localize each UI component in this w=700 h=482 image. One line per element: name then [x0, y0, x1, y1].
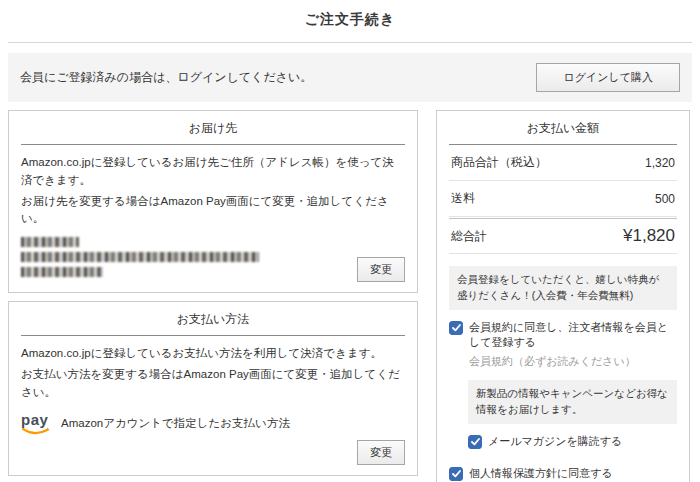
membership-benefit-note: 会員登録をしていただくと、嬉しい特典が盛りだくさん！(入会費・年会費無料) [449, 266, 677, 310]
shipping-change-button[interactable]: 変更 [357, 257, 405, 282]
newsletter-checkbox-label: メールマガジンを購読する [488, 434, 622, 450]
shipping-address-area: 変更 [21, 232, 405, 282]
check-icon [452, 470, 461, 478]
subtotal-value: 1,320 [645, 156, 675, 170]
amazon-pay-wordmark: pay [21, 412, 48, 427]
terms-checkbox-label-group: 会員規約に同意し、注文者情報を会員として登録する 会員規約（必ずお読みください） [469, 320, 677, 371]
shipping-fee-value: 500 [655, 192, 675, 206]
page-title: ご注文手続き [0, 11, 700, 29]
payment-description-line1: Amazon.co.jpに登録しているお支払い方法を利用して決済できます。 [21, 345, 405, 363]
shipping-description-line2: お届け先を変更する場合はAmazon Pay画面にて変更・追加してください。 [21, 193, 405, 229]
redacted-address-line [21, 252, 259, 262]
shipping-section: お届け先 Amazon.co.jpに登録しているお届け先ご住所（アドレス帳）を使… [8, 110, 418, 293]
privacy-checkbox[interactable] [449, 467, 463, 481]
subtotal-label: 商品合計（税込） [451, 154, 547, 171]
total-row: 総合計 ¥1,820 [449, 218, 677, 254]
checkout-page: ご注文手続き 会員にご登録済みの場合は、ログインしてください。 ログインして購入… [0, 11, 700, 482]
check-icon [452, 324, 461, 332]
shipping-fee-label: 送料 [451, 190, 475, 207]
payment-section: お支払い方法 Amazon.co.jpに登録しているお支払い方法を利用して決済で… [8, 301, 418, 475]
terms-link[interactable]: 会員規約（必ずお読みください） [469, 354, 677, 370]
terms-checkbox-row: 会員規約に同意し、注文者情報を会員として登録する 会員規約（必ずお読みください） [449, 320, 677, 371]
subtotal-row: 商品合計（税込） 1,320 [449, 145, 677, 181]
shipping-section-title: お届け先 [21, 111, 405, 145]
total-value: ¥1,820 [623, 226, 675, 246]
terms-checkbox-label: 会員規約に同意し、注文者情報を会員として登録する [469, 321, 668, 349]
newsletter-checkbox[interactable] [468, 435, 482, 449]
login-message: 会員にご登録済みの場合は、ログインしてください。 [20, 69, 312, 86]
shipping-address-redacted [21, 232, 259, 282]
amazon-smile-icon [21, 427, 51, 436]
login-purchase-button[interactable]: ログインして購入 [536, 63, 680, 92]
left-column: お届け先 Amazon.co.jpに登録しているお届け先ご住所（アドレス帳）を使… [8, 110, 418, 482]
newsletter-checkbox-row: メールマガジンを購読する [468, 434, 677, 450]
privacy-checkbox-label: 個人情報保護方針に同意する [469, 466, 613, 482]
terms-checkbox[interactable] [449, 321, 463, 335]
newsletter-note: 新製品の情報やキャンペーンなどお得な情報をお届けします。 [468, 380, 677, 424]
check-icon [471, 438, 480, 446]
shipping-fee-row: 送料 500 [449, 181, 677, 217]
amazon-pay-logo-icon: pay [21, 412, 51, 436]
main-content: お届け先 Amazon.co.jpに登録しているお届け先ご住所（アドレス帳）を使… [8, 110, 692, 482]
summary-title: お支払い金額 [449, 111, 677, 145]
privacy-checkbox-row: 個人情報保護方針に同意する [449, 466, 677, 482]
order-summary-panel: お支払い金額 商品合計（税込） 1,320 送料 500 総合計 ¥1,820 … [436, 110, 690, 482]
payment-change-button[interactable]: 変更 [357, 440, 405, 465]
login-bar: 会員にご登録済みの場合は、ログインしてください。 ログインして購入 [8, 53, 692, 102]
shipping-description-line1: Amazon.co.jpに登録しているお届け先ご住所（アドレス帳）を使って決済で… [21, 154, 405, 190]
total-label: 総合計 [451, 228, 487, 245]
redacted-phone-line [21, 267, 103, 277]
redacted-name-line [21, 237, 79, 247]
payment-description-line2: お支払い方法を変更する場合はAmazon Pay画面にて変更・追加してください。 [21, 366, 405, 402]
header-divider [8, 42, 692, 43]
payment-change-area: 変更 [21, 440, 405, 465]
payment-method-label: Amazonアカウントで指定したお支払い方法 [61, 416, 290, 431]
payment-section-title: お支払い方法 [21, 302, 405, 336]
payment-method-row: pay Amazonアカウントで指定したお支払い方法 [21, 412, 405, 436]
